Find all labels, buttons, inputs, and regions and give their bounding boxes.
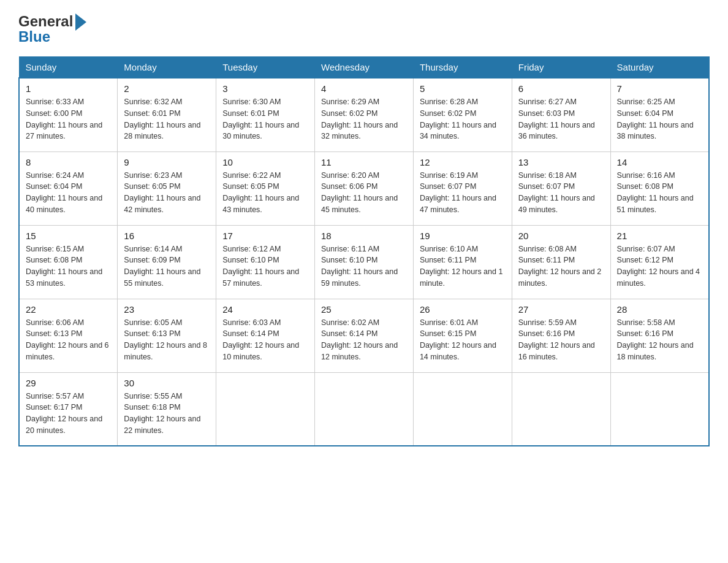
calendar-day-cell: 18 Sunrise: 6:11 AM Sunset: 6:10 PM Dayl… [315, 225, 414, 299]
day-number: 8 [26, 157, 111, 167]
sunset-label: Sunset: 6:14 PM [222, 329, 279, 338]
sunrise-label: Sunrise: 6:16 AM [617, 171, 675, 180]
sunset-label: Sunset: 6:11 PM [518, 256, 575, 264]
day-of-week-header: Sunday [19, 57, 118, 79]
day-number: 10 [222, 157, 308, 167]
daylight-label: Daylight: 11 hours and 28 minutes. [124, 121, 200, 141]
day-info: Sunrise: 6:12 AM Sunset: 6:10 PM Dayligh… [222, 243, 308, 289]
sunrise-label: Sunrise: 6:03 AM [222, 318, 281, 327]
calendar-header-row: SundayMondayTuesdayWednesdayThursdayFrid… [19, 57, 709, 79]
daylight-label: Daylight: 12 hours and 20 minutes. [26, 415, 102, 435]
day-info: Sunrise: 6:30 AM Sunset: 6:01 PM Dayligh… [222, 96, 308, 142]
day-number: 26 [420, 304, 506, 315]
sunset-label: Sunset: 6:13 PM [26, 329, 82, 338]
page-header: General Blue [18, 12, 710, 45]
day-of-week-header: Monday [118, 57, 216, 79]
daylight-label: Daylight: 12 hours and 4 minutes. [617, 267, 700, 288]
day-info: Sunrise: 6:18 AM Sunset: 6:07 PM Dayligh… [518, 170, 604, 216]
daylight-label: Daylight: 11 hours and 57 minutes. [222, 267, 299, 288]
day-number: 18 [321, 231, 407, 241]
calendar-day-cell: 7 Sunrise: 6:25 AM Sunset: 6:04 PM Dayli… [610, 78, 709, 151]
day-info: Sunrise: 6:24 AM Sunset: 6:04 PM Dayligh… [26, 170, 111, 216]
calendar-week-row: 1 Sunrise: 6:33 AM Sunset: 6:00 PM Dayli… [19, 78, 709, 151]
sunset-label: Sunset: 6:00 PM [26, 109, 82, 118]
day-info: Sunrise: 6:01 AM Sunset: 6:15 PM Dayligh… [420, 317, 506, 363]
day-number: 24 [222, 304, 308, 315]
sunset-label: Sunset: 6:05 PM [124, 182, 180, 191]
sunrise-label: Sunrise: 6:22 AM [222, 171, 281, 180]
sunrise-label: Sunrise: 6:20 AM [321, 171, 379, 180]
calendar-day-cell: 8 Sunrise: 6:24 AM Sunset: 6:04 PM Dayli… [19, 151, 118, 225]
sunset-label: Sunset: 6:08 PM [26, 256, 82, 264]
daylight-label: Daylight: 11 hours and 43 minutes. [222, 194, 299, 214]
day-info: Sunrise: 5:58 AM Sunset: 6:16 PM Dayligh… [617, 317, 702, 363]
calendar-day-cell: 26 Sunrise: 6:01 AM Sunset: 6:15 PM Dayl… [413, 299, 512, 372]
day-info: Sunrise: 6:29 AM Sunset: 6:02 PM Dayligh… [321, 96, 407, 142]
day-info: Sunrise: 6:05 AM Sunset: 6:13 PM Dayligh… [124, 317, 210, 363]
sunset-label: Sunset: 6:08 PM [617, 182, 673, 191]
sunrise-label: Sunrise: 6:30 AM [222, 98, 281, 106]
sunset-label: Sunset: 6:01 PM [124, 109, 180, 118]
day-info: Sunrise: 6:07 AM Sunset: 6:12 PM Dayligh… [617, 243, 702, 289]
day-info: Sunrise: 6:23 AM Sunset: 6:05 PM Dayligh… [124, 170, 210, 216]
sunset-label: Sunset: 6:02 PM [420, 109, 476, 118]
day-number: 2 [124, 83, 210, 94]
sunrise-label: Sunrise: 6:05 AM [124, 318, 182, 327]
sunset-label: Sunset: 6:01 PM [222, 109, 279, 118]
sunrise-label: Sunrise: 6:27 AM [518, 98, 577, 106]
day-info: Sunrise: 6:28 AM Sunset: 6:02 PM Dayligh… [420, 96, 506, 142]
calendar-day-cell: 22 Sunrise: 6:06 AM Sunset: 6:13 PM Dayl… [19, 299, 118, 372]
day-number: 14 [617, 157, 702, 167]
daylight-label: Daylight: 11 hours and 51 minutes. [617, 194, 694, 214]
calendar-day-cell: 28 Sunrise: 5:58 AM Sunset: 6:16 PM Dayl… [610, 299, 709, 372]
logo: General Blue [18, 12, 86, 45]
calendar-day-cell [216, 372, 315, 446]
sunrise-label: Sunrise: 6:29 AM [321, 98, 379, 106]
sunrise-label: Sunrise: 6:25 AM [617, 98, 675, 106]
calendar-week-row: 15 Sunrise: 6:15 AM Sunset: 6:08 PM Dayl… [19, 225, 709, 299]
day-info: Sunrise: 6:03 AM Sunset: 6:14 PM Dayligh… [222, 317, 308, 363]
daylight-label: Daylight: 12 hours and 10 minutes. [222, 341, 299, 361]
day-number: 22 [26, 304, 111, 315]
day-number: 16 [124, 231, 210, 241]
calendar-day-cell: 13 Sunrise: 6:18 AM Sunset: 6:07 PM Dayl… [512, 151, 610, 225]
sunset-label: Sunset: 6:16 PM [617, 329, 673, 338]
day-number: 30 [124, 378, 210, 388]
daylight-label: Daylight: 11 hours and 45 minutes. [321, 194, 398, 214]
logo-general-text: General [18, 13, 73, 30]
day-number: 11 [321, 157, 407, 167]
sunrise-label: Sunrise: 5:58 AM [617, 318, 675, 327]
sunset-label: Sunset: 6:04 PM [617, 109, 673, 118]
day-info: Sunrise: 6:32 AM Sunset: 6:01 PM Dayligh… [124, 96, 210, 142]
sunset-label: Sunset: 6:07 PM [518, 182, 575, 191]
day-number: 29 [26, 378, 111, 388]
sunset-label: Sunset: 6:10 PM [222, 256, 279, 264]
sunrise-label: Sunrise: 6:19 AM [420, 171, 478, 180]
calendar-day-cell: 1 Sunrise: 6:33 AM Sunset: 6:00 PM Dayli… [19, 78, 118, 151]
daylight-label: Daylight: 12 hours and 16 minutes. [518, 341, 595, 361]
sunset-label: Sunset: 6:03 PM [518, 109, 575, 118]
sunset-label: Sunset: 6:05 PM [222, 182, 279, 191]
daylight-label: Daylight: 11 hours and 36 minutes. [518, 121, 595, 141]
calendar-day-cell: 9 Sunrise: 6:23 AM Sunset: 6:05 PM Dayli… [118, 151, 216, 225]
logo-arrow-icon [75, 13, 86, 31]
calendar-day-cell: 15 Sunrise: 6:15 AM Sunset: 6:08 PM Dayl… [19, 225, 118, 299]
day-number: 9 [124, 157, 210, 167]
day-info: Sunrise: 6:33 AM Sunset: 6:00 PM Dayligh… [26, 96, 111, 142]
day-number: 4 [321, 83, 407, 94]
day-info: Sunrise: 6:27 AM Sunset: 6:03 PM Dayligh… [518, 96, 604, 142]
calendar-day-cell: 23 Sunrise: 6:05 AM Sunset: 6:13 PM Dayl… [118, 299, 216, 372]
daylight-label: Daylight: 11 hours and 53 minutes. [26, 267, 102, 288]
calendar-day-cell: 5 Sunrise: 6:28 AM Sunset: 6:02 PM Dayli… [413, 78, 512, 151]
day-number: 27 [518, 304, 604, 315]
sunrise-label: Sunrise: 6:18 AM [518, 171, 577, 180]
day-number: 19 [420, 231, 506, 241]
sunrise-label: Sunrise: 6:14 AM [124, 245, 182, 253]
day-info: Sunrise: 6:06 AM Sunset: 6:13 PM Dayligh… [26, 317, 111, 363]
day-number: 21 [617, 231, 702, 241]
daylight-label: Daylight: 11 hours and 55 minutes. [124, 267, 200, 288]
sunset-label: Sunset: 6:09 PM [124, 256, 180, 264]
sunset-label: Sunset: 6:16 PM [518, 329, 575, 338]
sunset-label: Sunset: 6:15 PM [420, 329, 476, 338]
day-number: 3 [222, 83, 308, 94]
